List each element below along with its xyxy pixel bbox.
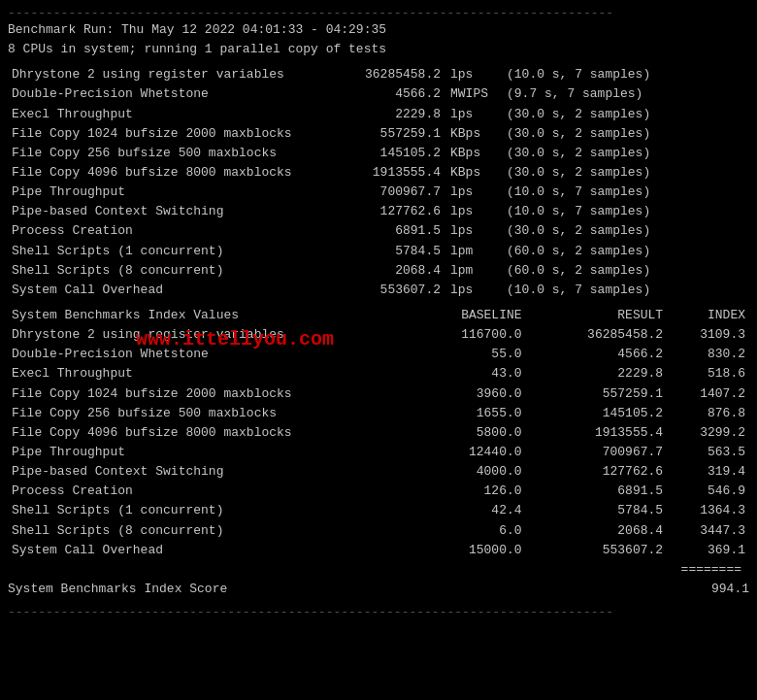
index-score: 319.4 bbox=[667, 462, 749, 482]
index-row: Execl Throughput 43.0 2229.8 518.6 bbox=[8, 364, 749, 383]
index-col2-header: BASELINE bbox=[408, 306, 525, 325]
result-value: 553607.2 bbox=[338, 281, 444, 300]
result-row: Shell Scripts (1 concurrent) 5784.5 lpm … bbox=[8, 242, 749, 261]
index-score: 563.5 bbox=[667, 443, 749, 462]
result-value: 4566.2 bbox=[338, 84, 444, 104]
index-row: Shell Scripts (1 concurrent) 42.4 5784.5… bbox=[8, 501, 749, 520]
result-value: 700967.7 bbox=[338, 183, 444, 202]
result-note: (30.0 s, 2 samples) bbox=[503, 144, 749, 163]
index-result: 2229.8 bbox=[526, 364, 668, 383]
index-score: 369.1 bbox=[667, 541, 749, 560]
result-label: Pipe Throughput bbox=[8, 183, 338, 202]
index-label: Dhrystone 2 using register variables bbox=[8, 325, 408, 345]
index-label: System Call Overhead bbox=[8, 541, 408, 560]
result-value: 6891.5 bbox=[338, 221, 444, 241]
index-row: Shell Scripts (8 concurrent) 6.0 2068.4 … bbox=[8, 521, 749, 541]
index-table: System Benchmarks Index Values BASELINE … bbox=[8, 306, 749, 560]
result-unit: lps bbox=[444, 221, 503, 241]
index-baseline: 42.4 bbox=[408, 501, 525, 520]
index-baseline: 55.0 bbox=[408, 345, 525, 364]
result-label: File Copy 256 bufsize 500 maxblocks bbox=[8, 144, 338, 163]
index-row: Process Creation 126.0 6891.5 546.9 bbox=[8, 482, 749, 501]
result-row: Execl Throughput 2229.8 lps (30.0 s, 2 s… bbox=[8, 105, 749, 124]
index-result: 145105.2 bbox=[526, 404, 668, 423]
index-label: Double-Precision Whetstone bbox=[8, 345, 408, 364]
index-label: Shell Scripts (8 concurrent) bbox=[8, 521, 408, 541]
index-score: 876.8 bbox=[667, 404, 749, 423]
result-label: Pipe-based Context Switching bbox=[8, 202, 338, 221]
index-row: Double-Precision Whetstone 55.0 4566.2 8… bbox=[8, 345, 749, 364]
result-row: File Copy 256 bufsize 500 maxblocks 1451… bbox=[8, 144, 749, 163]
result-label: File Copy 4096 bufsize 8000 maxblocks bbox=[8, 163, 338, 183]
score-label: System Benchmarks Index Score bbox=[8, 580, 227, 599]
result-unit: lps bbox=[444, 183, 503, 202]
index-label: File Copy 256 bufsize 500 maxblocks bbox=[8, 404, 408, 423]
result-unit: lps bbox=[444, 202, 503, 221]
results-section: Dhrystone 2 using register variables 362… bbox=[8, 65, 749, 300]
index-result: 700967.7 bbox=[526, 443, 668, 462]
result-label: Shell Scripts (8 concurrent) bbox=[8, 261, 338, 281]
index-label: Pipe Throughput bbox=[8, 443, 408, 462]
result-unit: MWIPS bbox=[444, 84, 503, 104]
results-table: Dhrystone 2 using register variables 362… bbox=[8, 65, 749, 300]
index-row: Dhrystone 2 using register variables 116… bbox=[8, 325, 749, 345]
bottom-divider: ----------------------------------------… bbox=[8, 605, 749, 619]
index-baseline: 5800.0 bbox=[408, 423, 525, 443]
index-baseline: 126.0 bbox=[408, 482, 525, 501]
index-result: 4566.2 bbox=[526, 345, 668, 364]
result-note: (10.0 s, 7 samples) bbox=[503, 202, 749, 221]
index-score: 3299.2 bbox=[667, 423, 749, 443]
result-unit: lps bbox=[444, 105, 503, 124]
result-row: Dhrystone 2 using register variables 362… bbox=[8, 65, 749, 84]
index-baseline: 6.0 bbox=[408, 521, 525, 541]
result-note: (9.7 s, 7 samples) bbox=[503, 84, 749, 104]
result-unit: lpm bbox=[444, 242, 503, 261]
index-result: 557259.1 bbox=[526, 384, 668, 404]
index-result: 127762.6 bbox=[526, 462, 668, 482]
result-row: Pipe-based Context Switching 127762.6 lp… bbox=[8, 202, 749, 221]
top-divider: ----------------------------------------… bbox=[8, 6, 749, 20]
index-header-row: System Benchmarks Index Values BASELINE … bbox=[8, 306, 749, 325]
index-baseline: 3960.0 bbox=[408, 384, 525, 404]
result-value: 5784.5 bbox=[338, 242, 444, 261]
result-label: Double-Precision Whetstone bbox=[8, 84, 338, 104]
index-score: 3109.3 bbox=[667, 325, 749, 345]
result-note: (60.0 s, 2 samples) bbox=[503, 242, 749, 261]
index-baseline: 15000.0 bbox=[408, 541, 525, 560]
result-label: Dhrystone 2 using register variables bbox=[8, 65, 338, 84]
index-row: File Copy 4096 bufsize 8000 maxblocks 58… bbox=[8, 423, 749, 443]
result-label: Execl Throughput bbox=[8, 105, 338, 124]
result-value: 36285458.2 bbox=[338, 65, 444, 84]
header-line2: 8 CPUs in system; running 1 parallel cop… bbox=[8, 40, 749, 59]
index-baseline: 4000.0 bbox=[408, 462, 525, 482]
result-row: File Copy 1024 bufsize 2000 maxblocks 55… bbox=[8, 124, 749, 144]
index-score: 3447.3 bbox=[667, 521, 749, 541]
index-baseline: 1655.0 bbox=[408, 404, 525, 423]
result-value: 145105.2 bbox=[338, 144, 444, 163]
result-note: (60.0 s, 2 samples) bbox=[503, 261, 749, 281]
equals-line: ======== bbox=[8, 560, 749, 580]
result-note: (10.0 s, 7 samples) bbox=[503, 183, 749, 202]
result-value: 557259.1 bbox=[338, 124, 444, 144]
index-baseline: 43.0 bbox=[408, 364, 525, 383]
index-row: Pipe Throughput 12440.0 700967.7 563.5 bbox=[8, 443, 749, 462]
result-row: File Copy 4096 bufsize 8000 maxblocks 19… bbox=[8, 163, 749, 183]
result-label: File Copy 1024 bufsize 2000 maxblocks bbox=[8, 124, 338, 144]
index-baseline: 12440.0 bbox=[408, 443, 525, 462]
result-unit: lps bbox=[444, 65, 503, 84]
result-label: Process Creation bbox=[8, 221, 338, 241]
result-value: 127762.6 bbox=[338, 202, 444, 221]
index-label: Process Creation bbox=[8, 482, 408, 501]
result-note: (30.0 s, 2 samples) bbox=[503, 221, 749, 241]
result-note: (30.0 s, 2 samples) bbox=[503, 163, 749, 183]
index-row: System Call Overhead 15000.0 553607.2 36… bbox=[8, 541, 749, 560]
index-result: 1913555.4 bbox=[526, 423, 668, 443]
index-col3-header: RESULT bbox=[526, 306, 668, 325]
index-result: 5784.5 bbox=[526, 501, 668, 520]
result-note: (10.0 s, 7 samples) bbox=[503, 281, 749, 300]
result-label: System Call Overhead bbox=[8, 281, 338, 300]
index-score: 1407.2 bbox=[667, 384, 749, 404]
header-line1: Benchmark Run: Thu May 12 2022 04:01:33 … bbox=[8, 20, 749, 40]
index-row: File Copy 1024 bufsize 2000 maxblocks 39… bbox=[8, 384, 749, 404]
result-row: Process Creation 6891.5 lps (30.0 s, 2 s… bbox=[8, 221, 749, 241]
